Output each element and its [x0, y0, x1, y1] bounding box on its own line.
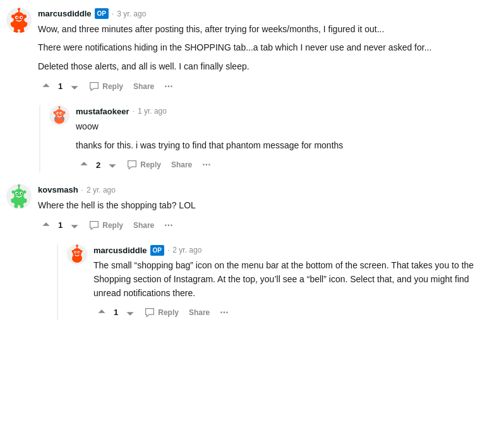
- svg-point-19: [54, 115, 64, 124]
- share-button-2[interactable]: Share: [167, 158, 196, 172]
- svg-point-49: [80, 250, 83, 253]
- comment-3-username: kovsmash: [38, 184, 78, 196]
- comment-1-actions: 1 Reply Share ···: [38, 79, 498, 94]
- avatar-marcusdiddle-2: [67, 244, 87, 265]
- reply-button-2[interactable]: Reply: [123, 157, 165, 172]
- svg-point-2: [13, 12, 25, 23]
- comment-1-text: Wow, and three minutes after posting thi…: [38, 23, 498, 74]
- svg-point-25: [61, 112, 62, 114]
- more-options-button-2[interactable]: ···: [198, 157, 214, 172]
- downvote-button-1[interactable]: [66, 79, 83, 94]
- svg-point-38: [21, 193, 22, 194]
- comment-1-timestamp: 3 yr. ago: [117, 8, 146, 20]
- svg-point-53: [78, 251, 80, 253]
- svg-point-48: [72, 250, 75, 253]
- upvote-button-2[interactable]: [76, 157, 92, 172]
- comment-4-body: marcusdiddle OP · 2 yr. ago The small “s…: [93, 244, 498, 321]
- comment-2-username: mustafaokeer: [76, 105, 129, 118]
- comment-4-op-badge: OP: [150, 245, 164, 256]
- svg-point-44: [20, 204, 24, 208]
- vote-count-4: 1: [112, 306, 119, 319]
- avatar-mustafaokeer: [49, 105, 69, 126]
- comment-3: kovsmash · 2 yr. ago Where the hell is t…: [6, 184, 498, 232]
- comment-2-body: mustafaokeer · 1 yr. ago woow thanks for…: [76, 105, 498, 173]
- upvote-button-4[interactable]: [93, 305, 110, 320]
- svg-point-7: [16, 17, 18, 18]
- more-options-button-3[interactable]: ···: [160, 218, 176, 233]
- vote-count-2: 2: [95, 159, 102, 172]
- vote-count-3: 1: [57, 219, 64, 232]
- avatar-kovsmash: [6, 184, 32, 209]
- share-button-4[interactable]: Share: [185, 306, 213, 320]
- svg-point-3: [11, 15, 15, 18]
- comment-4-text: The small “shopping bag” icon on the men…: [93, 259, 498, 300]
- more-options-button-1[interactable]: ···: [160, 79, 176, 94]
- reply-button-4[interactable]: Reply: [141, 305, 183, 320]
- svg-point-24: [57, 112, 59, 114]
- downvote-button-4[interactable]: [122, 305, 138, 320]
- svg-point-10: [18, 8, 20, 11]
- svg-point-27: [59, 106, 61, 108]
- svg-point-15: [13, 30, 18, 33]
- svg-point-21: [63, 111, 66, 114]
- comments-container: marcusdiddle OP · 3 yr. ago Wow, and thr…: [6, 8, 498, 320]
- svg-point-37: [16, 193, 18, 194]
- downvote-button-3[interactable]: [66, 218, 83, 233]
- svg-point-28: [54, 117, 57, 119]
- svg-point-4: [23, 15, 27, 18]
- comment-2-dot: ·: [133, 105, 135, 117]
- comment-1: marcusdiddle OP · 3 yr. ago Wow, and thr…: [6, 8, 498, 94]
- svg-point-52: [75, 251, 76, 253]
- comment-4-dot: ·: [167, 244, 169, 256]
- svg-point-43: [15, 204, 18, 208]
- vote-count-1: 1: [57, 80, 64, 93]
- comment-4-meta: marcusdiddle OP · 2 yr. ago: [93, 244, 498, 257]
- downvote-icon-3: [69, 220, 80, 230]
- downvote-button-2[interactable]: [104, 157, 121, 172]
- comment-2-actions: 2 Reply Share ···: [76, 157, 498, 172]
- comment-3-timestamp: 2 yr. ago: [87, 184, 116, 196]
- comment-2-timestamp: 1 yr. ago: [138, 105, 167, 117]
- comment-3-text: Where the hell is the shopping tab? LOL: [38, 199, 498, 213]
- reply-button-1[interactable]: Reply: [85, 79, 127, 94]
- svg-point-20: [54, 111, 57, 114]
- comment-1-dot: ·: [112, 8, 114, 20]
- reply-icon-3: [89, 220, 99, 230]
- reply-icon-4: [145, 308, 155, 318]
- downvote-icon-1: [69, 81, 80, 92]
- comment-1-op-badge: OP: [95, 8, 109, 19]
- upvote-button-3[interactable]: [38, 218, 54, 233]
- comment-2-text: woow thanks for this. i was trying to fi…: [76, 120, 498, 152]
- more-options-button-4[interactable]: ···: [216, 305, 232, 320]
- comment-1-body: marcusdiddle OP · 3 yr. ago Wow, and thr…: [38, 8, 498, 94]
- upvote-icon-2: [79, 160, 89, 170]
- upvote-icon-1: [41, 81, 51, 92]
- comment-4-actions: 1 Reply Share ···: [93, 305, 498, 320]
- comment-3-body: kovsmash · 2 yr. ago Where the hell is t…: [38, 184, 498, 232]
- share-button-1[interactable]: Share: [129, 80, 158, 93]
- downvote-icon-4: [125, 308, 135, 318]
- comment-1-username: marcusdiddle: [38, 8, 92, 20]
- comment-4: marcusdiddle OP · 2 yr. ago The small “s…: [57, 244, 498, 321]
- share-button-3[interactable]: Share: [129, 218, 158, 232]
- comment-3-dot: ·: [81, 184, 83, 196]
- upvote-button-1[interactable]: [38, 79, 54, 94]
- comment-1-meta: marcusdiddle OP · 3 yr. ago: [38, 8, 498, 20]
- svg-point-40: [18, 184, 20, 187]
- svg-point-47: [72, 254, 82, 263]
- reply-icon-2: [127, 160, 137, 170]
- svg-point-16: [20, 30, 25, 33]
- comment-2-meta: mustafaokeer · 1 yr. ago: [76, 105, 498, 118]
- comment-3-meta: kovsmash · 2 yr. ago: [38, 184, 498, 196]
- svg-point-33: [12, 191, 15, 194]
- comment-4-username: marcusdiddle: [93, 244, 147, 257]
- reply-button-3[interactable]: Reply: [85, 218, 127, 233]
- reply-icon-1: [89, 81, 99, 92]
- comment-2: mustafaokeer · 1 yr. ago woow thanks for…: [39, 105, 498, 173]
- avatar-marcusdiddle-1: [6, 8, 32, 33]
- svg-point-34: [23, 191, 27, 194]
- svg-point-55: [76, 244, 78, 247]
- upvote-icon-4: [97, 308, 107, 318]
- comment-3-actions: 1 Reply Share ···: [38, 218, 498, 233]
- svg-point-8: [21, 17, 22, 18]
